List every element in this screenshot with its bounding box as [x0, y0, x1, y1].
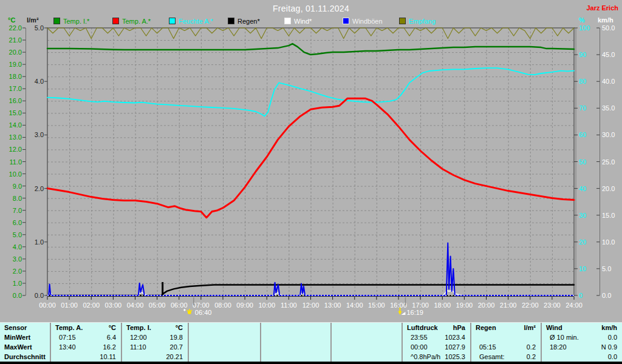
svg-text:24:00: 24:00 — [566, 302, 583, 309]
svg-text:0: 0 — [579, 292, 583, 299]
svg-text:18.0: 18.0 — [9, 73, 22, 80]
svg-text:06:00: 06:00 — [171, 302, 188, 309]
column-header: Temp. I.°C — [122, 323, 188, 332]
table-cell: 10.11 — [51, 352, 121, 362]
sunrise-time-label: 06:40 — [195, 309, 212, 316]
table-column-empty-4 — [332, 323, 403, 362]
svg-text:0.0: 0.0 — [602, 292, 611, 299]
svg-text:22:00: 22:00 — [522, 302, 539, 309]
svg-text:17.0: 17.0 — [9, 85, 22, 92]
table-cell: 18:20N 0.9 — [542, 342, 622, 352]
svg-text:70: 70 — [579, 104, 586, 112]
table-cell — [189, 332, 260, 342]
svg-text:03:00: 03:00 — [105, 302, 122, 309]
summary-table: SensorMinWertMaxWertDurchschnittTemp. A.… — [0, 322, 622, 362]
table-cell: Gesamt:0.2 — [471, 352, 541, 362]
table-cell: 05:150.2 — [471, 342, 541, 352]
svg-text:20.0: 20.0 — [9, 49, 22, 56]
svg-text:08:00: 08:00 — [214, 302, 231, 309]
svg-text:5.0: 5.0 — [35, 24, 44, 32]
svg-text:04:00: 04:00 — [127, 302, 144, 309]
svg-text:01:00: 01:00 — [61, 302, 78, 309]
svg-text:60: 60 — [579, 131, 586, 138]
svg-text:15.0: 15.0 — [602, 212, 615, 219]
svg-text:3.0: 3.0 — [13, 255, 22, 263]
table-column-empty-3 — [261, 323, 332, 362]
wind-kmh-axis-labels: 0.05.010.015.020.025.030.035.040.045.050… — [596, 24, 615, 299]
svg-text:13:00: 13:00 — [324, 302, 341, 309]
svg-text:100: 100 — [579, 24, 590, 32]
svg-text:3.0: 3.0 — [35, 131, 44, 138]
svg-text:12.0: 12.0 — [9, 146, 22, 153]
table-column-temp-a-: Temp. A.°C07:156.413:4016.210.11 — [51, 323, 122, 362]
svg-text:07:00: 07:00 — [193, 302, 210, 309]
svg-text:20: 20 — [579, 238, 586, 246]
table-cell: Ø 10 min.0.0 — [542, 332, 622, 342]
table-cell: 11:1020.7 — [122, 342, 188, 352]
svg-text:12:00: 12:00 — [302, 302, 320, 309]
x-axis-labels: 00:0001:0002:0003:0004:0005:0006:0007:00… — [39, 297, 583, 309]
svg-text:18:00: 18:00 — [434, 302, 451, 309]
svg-text:8.0: 8.0 — [13, 195, 22, 202]
table-cell — [332, 332, 402, 342]
svg-text:00:00: 00:00 — [39, 302, 56, 309]
column-header — [261, 323, 330, 332]
svg-text:90: 90 — [579, 51, 586, 58]
svg-text:2.0: 2.0 — [13, 268, 22, 275]
table-label-column: SensorMinWertMaxWertDurchschnitt — [0, 323, 51, 362]
weather-app-window: Freitag, 01.11.2024 Jarz Erich °C l/m² %… — [0, 0, 622, 364]
rain-lm2-axis-labels: 0.01.02.03.04.05.0 — [35, 24, 47, 299]
table-column-wind: Windkm/hØ 10 min.0.018:20N 0.90.0 — [542, 323, 622, 362]
svg-text:25.0: 25.0 — [602, 158, 615, 166]
svg-text:19:00: 19:00 — [456, 302, 473, 309]
svg-text:80: 80 — [579, 78, 586, 85]
svg-text:05:00: 05:00 — [149, 302, 166, 309]
svg-text:21:00: 21:00 — [500, 302, 517, 309]
svg-text:14.0: 14.0 — [9, 121, 22, 129]
svg-text:21.0: 21.0 — [9, 36, 22, 44]
humidity-pct-axis-labels: 0102030405060708090100 — [574, 24, 590, 299]
svg-text:6.0: 6.0 — [13, 219, 22, 226]
table-cell — [261, 352, 330, 362]
column-header: LuftdruckhPa — [403, 323, 470, 332]
table-row-label-1: MinWert — [0, 332, 50, 342]
table-cell: 12:0019.8 — [122, 332, 188, 342]
svg-text:17:00: 17:00 — [412, 302, 429, 309]
table-cell: 23:551023.4 — [403, 332, 470, 342]
svg-text:9.0: 9.0 — [13, 183, 22, 190]
svg-text:10:00: 10:00 — [258, 302, 275, 309]
table-cell — [332, 342, 402, 352]
table-column-regen: Regenl/m²05:150.2Gesamt:0.2 — [471, 323, 542, 362]
svg-text:1.0: 1.0 — [13, 280, 22, 287]
svg-text:14:00: 14:00 — [346, 302, 363, 309]
svg-text:10: 10 — [579, 265, 586, 272]
svg-text:30: 30 — [579, 212, 586, 219]
table-cell: 20.21 — [122, 352, 188, 362]
svg-text:10.0: 10.0 — [9, 170, 22, 178]
svg-text:50.0: 50.0 — [602, 24, 615, 32]
svg-text:11.0: 11.0 — [9, 158, 22, 166]
table-cell: 07:156.4 — [51, 332, 121, 342]
column-header: Windkm/h — [542, 323, 622, 332]
svg-text:35.0: 35.0 — [602, 104, 615, 112]
table-column-empty-2 — [189, 323, 261, 362]
svg-text:50: 50 — [579, 158, 586, 166]
svg-text:40.0: 40.0 — [602, 78, 615, 85]
table-row-label-3: Durchschnitt — [0, 352, 50, 362]
sunrise-icon — [183, 309, 192, 314]
table-cell — [471, 332, 541, 342]
bottom-divider — [0, 362, 622, 364]
table-cell — [261, 332, 330, 342]
table-cell — [332, 352, 402, 362]
svg-text:4.0: 4.0 — [35, 78, 44, 85]
svg-text:5.0: 5.0 — [13, 231, 22, 238]
table-cell — [261, 342, 330, 352]
sunset-time-label: 16:19 — [406, 309, 423, 316]
svg-text:4.0: 4.0 — [13, 243, 22, 251]
table-cell — [189, 342, 260, 352]
svg-text:15:00: 15:00 — [368, 302, 385, 309]
svg-text:16.0: 16.0 — [9, 97, 22, 104]
svg-text:20.0: 20.0 — [602, 185, 615, 192]
svg-text:10.0: 10.0 — [602, 238, 615, 246]
svg-text:0.0: 0.0 — [13, 292, 22, 299]
